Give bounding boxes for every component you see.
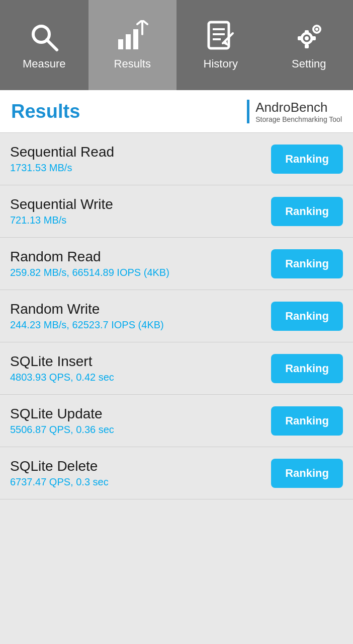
ranking-button[interactable]: Ranking <box>271 197 343 226</box>
ranking-button[interactable]: Ranking <box>271 459 343 488</box>
svg-rect-14 <box>305 30 309 34</box>
result-value: 4803.93 QPS, 0.42 sec <box>10 372 114 383</box>
svg-rect-16 <box>298 36 302 40</box>
measure-icon <box>28 20 60 52</box>
svg-rect-15 <box>305 44 309 48</box>
nav-results-label: Results <box>114 57 151 70</box>
ranking-button[interactable]: Ranking <box>271 302 343 331</box>
svg-rect-4 <box>133 29 138 49</box>
results-header: Results AndroBench Storage Benchmarking … <box>0 90 353 133</box>
setting-icon <box>293 20 325 52</box>
brand-subtitle: Storage Benchmarking Tool <box>255 115 342 123</box>
svg-rect-3 <box>126 34 131 49</box>
table-row: Random Write244.23 MB/s, 62523.7 IOPS (4… <box>0 290 353 342</box>
nav-bar: Measure Results History <box>0 0 353 90</box>
table-row: Sequential Read1731.53 MB/sRanking <box>0 133 353 185</box>
nav-item-setting[interactable]: Setting <box>265 0 354 90</box>
ranking-button[interactable]: Ranking <box>271 145 343 174</box>
table-row: SQLite Delete6737.47 QPS, 0.3 secRanking <box>0 447 353 499</box>
result-value: 259.82 MB/s, 66514.89 IOPS (4KB) <box>10 267 169 278</box>
svg-point-13 <box>305 36 309 40</box>
result-value: 1731.53 MB/s <box>10 162 114 174</box>
brand-bold: Andro <box>255 100 290 115</box>
nav-item-measure[interactable]: Measure <box>0 0 89 90</box>
ranking-button[interactable]: Ranking <box>271 354 343 383</box>
table-row: Random Read259.82 MB/s, 66514.89 IOPS (4… <box>0 238 353 290</box>
result-name: SQLite Insert <box>10 353 114 370</box>
svg-rect-2 <box>118 39 123 49</box>
result-value: 721.13 MB/s <box>10 214 113 226</box>
page-title: Results <box>11 101 80 122</box>
result-name: Random Read <box>10 249 169 265</box>
table-row: SQLite Update5506.87 QPS, 0.36 secRankin… <box>0 395 353 447</box>
nav-setting-label: Setting <box>292 57 326 70</box>
nav-measure-label: Measure <box>23 57 66 70</box>
nav-item-history[interactable]: History <box>176 0 265 90</box>
history-icon <box>205 20 237 52</box>
ranking-button[interactable]: Ranking <box>271 249 343 278</box>
svg-line-1 <box>47 40 57 50</box>
result-name: SQLite Update <box>10 406 114 422</box>
result-name: Sequential Write <box>10 196 113 212</box>
results-icon <box>116 20 148 52</box>
svg-rect-17 <box>312 36 316 40</box>
result-name: Sequential Read <box>10 144 114 160</box>
result-name: Random Write <box>10 301 164 317</box>
brand-name: AndroBench <box>255 100 327 115</box>
result-value: 6737.47 QPS, 0.3 sec <box>10 476 109 488</box>
result-value: 5506.87 QPS, 0.36 sec <box>10 424 114 436</box>
svg-point-19 <box>315 28 318 31</box>
result-name: SQLite Delete <box>10 458 109 474</box>
nav-item-results[interactable]: Results <box>89 0 177 90</box>
ranking-button[interactable]: Ranking <box>271 406 343 436</box>
table-row: Sequential Write721.13 MB/sRanking <box>0 185 353 238</box>
result-value: 244.23 MB/s, 62523.7 IOPS (4KB) <box>10 319 164 331</box>
results-list: Sequential Read1731.53 MB/sRankingSequen… <box>0 133 353 499</box>
brand-logo: AndroBench Storage Benchmarking Tool <box>247 100 342 123</box>
brand-light: Bench <box>291 100 328 115</box>
nav-history-label: History <box>204 57 238 70</box>
table-row: SQLite Insert4803.93 QPS, 0.42 secRankin… <box>0 342 353 395</box>
